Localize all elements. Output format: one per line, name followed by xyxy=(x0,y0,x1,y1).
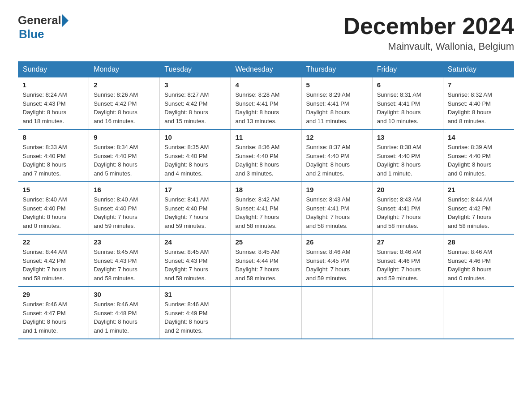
table-row: 11Sunrise: 8:36 AMSunset: 4:40 PMDayligh… xyxy=(231,129,301,182)
day-info: Sunrise: 8:46 AMSunset: 4:46 PMDaylight:… xyxy=(377,248,438,283)
table-row: 20Sunrise: 8:43 AMSunset: 4:41 PMDayligh… xyxy=(372,182,443,234)
day-info: Sunrise: 8:39 AMSunset: 4:40 PMDaylight:… xyxy=(448,143,510,178)
day-number: 6 xyxy=(377,81,438,89)
day-number: 22 xyxy=(23,238,85,246)
table-row: 9Sunrise: 8:34 AMSunset: 4:40 PMDaylight… xyxy=(89,129,160,182)
page-header: General Blue December 2024 Mainvault, Wa… xyxy=(18,13,514,52)
table-row: 30Sunrise: 8:46 AMSunset: 4:48 PMDayligh… xyxy=(89,287,160,339)
day-info: Sunrise: 8:36 AMSunset: 4:40 PMDaylight:… xyxy=(235,143,296,178)
table-row: 26Sunrise: 8:46 AMSunset: 4:45 PMDayligh… xyxy=(301,234,372,287)
table-row: 5Sunrise: 8:29 AMSunset: 4:41 PMDaylight… xyxy=(301,77,372,130)
day-info: Sunrise: 8:40 AMSunset: 4:40 PMDaylight:… xyxy=(94,195,155,230)
day-number: 4 xyxy=(235,81,296,89)
day-info: Sunrise: 8:46 AMSunset: 4:46 PMDaylight:… xyxy=(448,248,510,283)
day-number: 24 xyxy=(164,238,226,246)
table-row: 8Sunrise: 8:33 AMSunset: 4:40 PMDaylight… xyxy=(18,129,89,182)
day-number: 10 xyxy=(164,133,226,141)
logo-general-text: General xyxy=(18,13,61,27)
day-number: 14 xyxy=(448,133,510,141)
day-info: Sunrise: 8:41 AMSunset: 4:40 PMDaylight:… xyxy=(164,195,226,230)
day-info: Sunrise: 8:45 AMSunset: 4:43 PMDaylight:… xyxy=(164,248,226,283)
table-row: 7Sunrise: 8:32 AMSunset: 4:40 PMDaylight… xyxy=(443,77,514,130)
table-row: 10Sunrise: 8:35 AMSunset: 4:40 PMDayligh… xyxy=(160,129,231,182)
month-title: December 2024 xyxy=(343,13,514,39)
title-block: December 2024 Mainvault, Wallonia, Belgi… xyxy=(343,13,514,52)
day-info: Sunrise: 8:33 AMSunset: 4:40 PMDaylight:… xyxy=(23,143,85,178)
table-row: 19Sunrise: 8:43 AMSunset: 4:41 PMDayligh… xyxy=(301,182,372,234)
day-number: 9 xyxy=(94,133,155,141)
calendar-week-row: 8Sunrise: 8:33 AMSunset: 4:40 PMDaylight… xyxy=(18,129,514,182)
day-info: Sunrise: 8:44 AMSunset: 4:42 PMDaylight:… xyxy=(448,195,510,230)
day-number: 27 xyxy=(377,238,438,246)
table-row: 21Sunrise: 8:44 AMSunset: 4:42 PMDayligh… xyxy=(443,182,514,234)
day-number: 19 xyxy=(306,186,368,193)
day-number: 11 xyxy=(235,133,296,141)
table-row: 18Sunrise: 8:42 AMSunset: 4:41 PMDayligh… xyxy=(231,182,301,234)
table-row: 13Sunrise: 8:38 AMSunset: 4:40 PMDayligh… xyxy=(372,129,443,182)
calendar-week-row: 22Sunrise: 8:44 AMSunset: 4:42 PMDayligh… xyxy=(18,234,514,287)
table-row: 15Sunrise: 8:40 AMSunset: 4:40 PMDayligh… xyxy=(18,182,89,234)
day-number: 16 xyxy=(94,186,155,193)
table-row: 4Sunrise: 8:28 AMSunset: 4:41 PMDaylight… xyxy=(231,77,301,130)
day-info: Sunrise: 8:45 AMSunset: 4:44 PMDaylight:… xyxy=(235,248,296,283)
table-row: 25Sunrise: 8:45 AMSunset: 4:44 PMDayligh… xyxy=(231,234,301,287)
table-row: 29Sunrise: 8:46 AMSunset: 4:47 PMDayligh… xyxy=(18,287,89,339)
location-title: Mainvault, Wallonia, Belgium xyxy=(343,41,514,52)
day-info: Sunrise: 8:26 AMSunset: 4:42 PMDaylight:… xyxy=(94,90,155,125)
day-info: Sunrise: 8:34 AMSunset: 4:40 PMDaylight:… xyxy=(94,143,155,178)
day-number: 20 xyxy=(377,186,438,193)
calendar-week-row: 29Sunrise: 8:46 AMSunset: 4:47 PMDayligh… xyxy=(18,287,514,339)
day-number: 1 xyxy=(23,81,85,89)
calendar-week-row: 15Sunrise: 8:40 AMSunset: 4:40 PMDayligh… xyxy=(18,182,514,234)
col-friday: Friday xyxy=(372,62,443,77)
table-row: 24Sunrise: 8:45 AMSunset: 4:43 PMDayligh… xyxy=(160,234,231,287)
table-row: 12Sunrise: 8:37 AMSunset: 4:40 PMDayligh… xyxy=(301,129,372,182)
day-info: Sunrise: 8:38 AMSunset: 4:40 PMDaylight:… xyxy=(377,143,438,178)
day-number: 3 xyxy=(164,81,226,89)
day-info: Sunrise: 8:46 AMSunset: 4:47 PMDaylight:… xyxy=(23,300,85,335)
day-info: Sunrise: 8:28 AMSunset: 4:41 PMDaylight:… xyxy=(235,90,296,125)
day-number: 21 xyxy=(448,186,510,193)
day-info: Sunrise: 8:43 AMSunset: 4:41 PMDaylight:… xyxy=(306,195,368,230)
day-info: Sunrise: 8:43 AMSunset: 4:41 PMDaylight:… xyxy=(377,195,438,230)
calendar-header-row: Sunday Monday Tuesday Wednesday Thursday… xyxy=(18,62,514,77)
day-info: Sunrise: 8:42 AMSunset: 4:41 PMDaylight:… xyxy=(235,195,296,230)
table-row: 23Sunrise: 8:45 AMSunset: 4:43 PMDayligh… xyxy=(89,234,160,287)
col-thursday: Thursday xyxy=(301,62,372,77)
day-info: Sunrise: 8:32 AMSunset: 4:40 PMDaylight:… xyxy=(448,90,510,125)
day-info: Sunrise: 8:45 AMSunset: 4:43 PMDaylight:… xyxy=(94,248,155,283)
day-info: Sunrise: 8:44 AMSunset: 4:42 PMDaylight:… xyxy=(23,248,85,283)
day-info: Sunrise: 8:35 AMSunset: 4:40 PMDaylight:… xyxy=(164,143,226,178)
day-info: Sunrise: 8:46 AMSunset: 4:45 PMDaylight:… xyxy=(306,248,368,283)
table-row: 31Sunrise: 8:46 AMSunset: 4:49 PMDayligh… xyxy=(160,287,231,339)
day-number: 5 xyxy=(306,81,368,89)
table-row: 3Sunrise: 8:27 AMSunset: 4:42 PMDaylight… xyxy=(160,77,231,130)
day-number: 8 xyxy=(23,133,85,141)
logo-blue-text: Blue xyxy=(19,27,44,41)
day-number: 7 xyxy=(448,81,510,89)
day-number: 26 xyxy=(306,238,368,246)
col-wednesday: Wednesday xyxy=(231,62,301,77)
table-row: 28Sunrise: 8:46 AMSunset: 4:46 PMDayligh… xyxy=(443,234,514,287)
calendar-week-row: 1Sunrise: 8:24 AMSunset: 4:43 PMDaylight… xyxy=(18,77,514,130)
col-monday: Monday xyxy=(89,62,160,77)
day-number: 28 xyxy=(448,238,510,246)
table-row: 1Sunrise: 8:24 AMSunset: 4:43 PMDaylight… xyxy=(18,77,89,130)
day-info: Sunrise: 8:46 AMSunset: 4:49 PMDaylight:… xyxy=(164,300,226,335)
table-row xyxy=(301,287,372,339)
day-number: 15 xyxy=(23,186,85,193)
table-row: 16Sunrise: 8:40 AMSunset: 4:40 PMDayligh… xyxy=(89,182,160,234)
day-info: Sunrise: 8:46 AMSunset: 4:48 PMDaylight:… xyxy=(94,300,155,335)
day-number: 17 xyxy=(164,186,226,193)
table-row xyxy=(372,287,443,339)
day-info: Sunrise: 8:40 AMSunset: 4:40 PMDaylight:… xyxy=(23,195,85,230)
day-info: Sunrise: 8:24 AMSunset: 4:43 PMDaylight:… xyxy=(23,90,85,125)
col-sunday: Sunday xyxy=(18,62,89,77)
table-row: 22Sunrise: 8:44 AMSunset: 4:42 PMDayligh… xyxy=(18,234,89,287)
day-number: 25 xyxy=(235,238,296,246)
table-row: 27Sunrise: 8:46 AMSunset: 4:46 PMDayligh… xyxy=(372,234,443,287)
day-number: 13 xyxy=(377,133,438,141)
logo: General Blue xyxy=(18,13,69,41)
day-number: 29 xyxy=(23,291,85,298)
day-info: Sunrise: 8:37 AMSunset: 4:40 PMDaylight:… xyxy=(306,143,368,178)
